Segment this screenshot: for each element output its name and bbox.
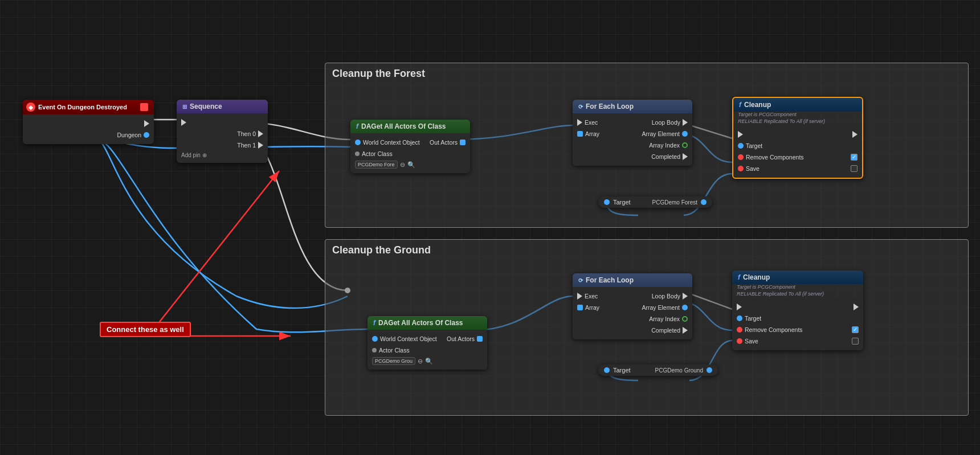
forest-ga-search-icon[interactable]: 🔍 [407,161,415,169]
ground-fe-index-pin[interactable] [682,316,688,322]
ground-target-label: Target [613,367,631,374]
ground-get-actors-body: World Context Object Out Actors Actor Cl… [368,330,487,370]
svg-line-0 [160,171,279,322]
event-node[interactable]: ◆ Event On Dungeon Destroyed Dungeon [23,100,154,144]
ground-cl-target-pin[interactable] [737,315,742,321]
ground-ga-ac-label: Actor Class [379,347,410,354]
ground-ga-ac-row: Actor Class [368,345,487,356]
ground-foreach-node[interactable]: ⟳ For Each Loop Exec Loop Body Array Arr… [573,273,692,339]
ground-cleanup-sub1: Target is PCGComponent [732,284,863,291]
forest-cleanup-node[interactable]: f Cleanup Target is PCGComponent RELIABL… [732,97,863,179]
forest-cl-exec-in[interactable] [738,131,743,138]
ground-cl-rc-pin[interactable] [737,327,742,333]
ground-target-node[interactable]: Target PCGDemo Ground [598,364,718,376]
ground-ga-dropdown[interactable]: PCGDemo Grou [372,357,415,365]
add-pin-row[interactable]: Add pin ⊕ [177,151,268,159]
seq-icon: ⊞ [182,104,187,110]
forest-cl-rc-label: Remove Components [746,154,804,161]
event-body: Dungeon [23,114,154,144]
forest-ga-dropdown[interactable]: PCGDemo Fore [355,161,398,169]
forest-ga-minus-icon[interactable]: ⊖ [400,161,405,169]
ground-cl-target-label: Target [745,315,761,322]
ground-cl-save-pin[interactable] [737,338,742,344]
ground-fe-index-label: Array Index [649,315,680,322]
ground-fe-element-pin[interactable] [682,305,688,310]
ground-target-right-pin[interactable] [707,367,712,373]
then0-pin[interactable] [258,130,263,137]
forest-cleanup-title: Cleanup [744,101,771,109]
ground-fe-exec-in[interactable] [577,293,582,300]
forest-fe-completed-pin[interactable] [683,153,688,160]
forest-fe-index-row: Array Index [573,140,692,151]
ground-cl-exec-out[interactable] [854,304,859,310]
ground-target-left-pin[interactable] [604,367,610,373]
forest-ga-wco-pin[interactable] [355,140,361,145]
forest-foreach-node[interactable]: ⟳ For Each Loop Exec Loop Body Array Arr… [573,100,692,166]
ground-fe-element-label: Array Element [642,304,680,311]
forest-func-icon: f [356,122,358,130]
dungeon-pin[interactable] [144,132,149,138]
ground-ga-ac-pin[interactable] [372,348,377,352]
ground-cl-target-row: Target [732,313,863,324]
seq-title: Sequence [190,103,222,110]
forest-foreach-header: ⟳ For Each Loop [573,100,692,113]
then1-pin[interactable] [258,142,263,149]
ground-cl-save-checkbox[interactable] [852,338,859,345]
forest-cleanup-body: Target Remove Components Save [733,125,862,178]
ground-fe-array-in[interactable] [577,305,583,310]
forest-cl-save-pin[interactable] [738,166,744,171]
forest-cl-target-label: Target [746,142,762,149]
forest-ga-wco-row: World Context Object Out Actors [350,137,470,148]
forest-cl-rc-pin[interactable] [738,154,744,160]
ground-cleanup-icon: f [738,273,740,281]
event-exec-row [23,118,154,129]
seq-body: Then 0 Then 1 Add pin ⊕ [177,113,268,163]
forest-fe-completed-label: Completed [651,153,680,160]
ground-ga-out-pin[interactable] [477,336,483,342]
sequence-header: ⊞ Sequence [177,100,268,113]
forest-cl-rc-checkbox[interactable] [851,154,858,161]
forest-ga-ac-pin[interactable] [355,151,360,156]
seq-exec-in-row [177,117,268,128]
annotation-box: Connect these as well [100,322,191,337]
forest-fe-loopbody-label: Loop Body [652,119,680,126]
forest-fe-loopbody-pin[interactable] [683,119,688,126]
ground-cleanup-node[interactable]: f Cleanup Target is PCGComponent RELIABL… [732,270,863,350]
ground-cl-exec-in[interactable] [737,304,742,310]
forest-target-right-pin[interactable] [701,199,707,205]
ground-get-actors-header: f DAGet All Actors Of Class [368,316,487,330]
forest-fe-exec-in[interactable] [577,119,582,126]
ground-ga-search-icon[interactable]: 🔍 [425,358,433,365]
event-node-header: ◆ Event On Dungeon Destroyed [23,100,154,114]
forest-target-node[interactable]: Target PCGDemo Forest [598,196,712,208]
ground-cl-save-label: Save [745,338,758,345]
forest-cleanup-icon: f [739,101,741,109]
ground-get-actors-node[interactable]: f DAGet All Actors Of Class World Contex… [368,316,487,370]
dungeon-label: Dungeon [117,132,141,138]
ground-ga-minus-icon[interactable]: ⊖ [418,358,423,365]
sequence-node[interactable]: ⊞ Sequence Then 0 Then 1 Add pin ⊕ [177,100,268,163]
forest-cl-save-checkbox[interactable] [851,165,858,172]
ground-fe-index-row: Array Index [573,313,692,325]
forest-foreach-icon: ⟳ [578,104,583,110]
forest-fe-exec-row: Exec Loop Body [573,117,692,128]
ground-ga-wco-row: World Context Object Out Actors [368,333,487,345]
ground-fe-array-label: Array [585,304,599,311]
ground-fe-loopbody-pin[interactable] [683,293,688,300]
forest-ga-out-pin[interactable] [460,140,466,145]
forest-cl-rc-row: Remove Components [733,151,862,163]
ground-cl-rc-checkbox[interactable] [852,326,859,333]
forest-get-actors-node[interactable]: f DAGet All Actors Of Class World Contex… [350,120,470,173]
ground-fe-completed-pin[interactable] [683,327,688,334]
seq-exec-in[interactable] [181,119,186,126]
ground-fe-completed-label: Completed [651,327,680,334]
forest-cl-target-pin[interactable] [738,143,744,149]
ground-foreach-body: Exec Loop Body Array Array Element Array… [573,287,692,339]
forest-fe-index-pin[interactable] [682,142,688,148]
forest-fe-array-in[interactable] [577,131,583,137]
forest-target-left-pin[interactable] [604,199,610,205]
forest-cl-exec-out[interactable] [852,131,858,138]
event-exec-pin[interactable] [144,120,149,127]
forest-fe-element-pin[interactable] [682,131,688,137]
ground-ga-wco-pin[interactable] [372,336,378,342]
